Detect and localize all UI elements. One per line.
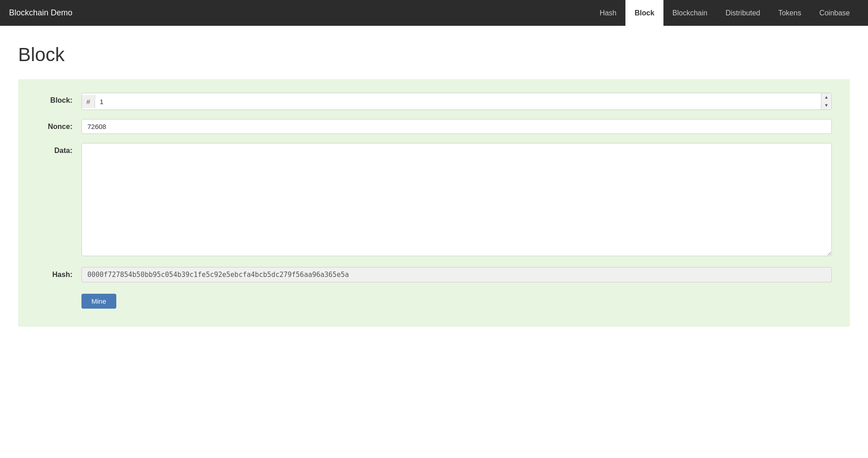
nav-link-block[interactable]: Block — [625, 0, 663, 26]
spinner-up-button[interactable]: ▲ — [821, 93, 831, 101]
hash-row: Hash: 0000f727854b50bb95c054b39c1fe5c92e… — [36, 267, 832, 282]
block-input-wrapper: # ▲ ▼ — [81, 93, 832, 110]
spinner-down-button[interactable]: ▼ — [821, 101, 831, 110]
mine-button-wrapper: Mine — [81, 291, 832, 309]
mine-button[interactable]: Mine — [81, 294, 116, 309]
nav-link-blockchain[interactable]: Blockchain — [663, 0, 716, 26]
hash-display-wrapper: 0000f727854b50bb95c054b39c1fe5c92e5ebcfa… — [81, 267, 832, 282]
data-textarea-wrapper — [81, 143, 832, 258]
data-textarea[interactable] — [81, 143, 832, 256]
hash-display: 0000f727854b50bb95c054b39c1fe5c92e5ebcfa… — [81, 267, 832, 282]
nonce-label: Nonce: — [36, 119, 81, 131]
nonce-input[interactable] — [81, 119, 832, 134]
nonce-input-wrapper — [81, 119, 832, 134]
block-input-container: # ▲ ▼ — [81, 93, 832, 110]
block-hash-prefix: # — [82, 95, 95, 108]
page-title: Block — [18, 44, 850, 66]
block-label: Block: — [36, 93, 81, 105]
mine-row: Mine — [36, 291, 832, 309]
data-label: Data: — [36, 143, 81, 155]
nav-link-coinbase[interactable]: Coinbase — [810, 0, 859, 26]
block-number-input[interactable] — [95, 95, 821, 108]
nav-links: Hash Block Blockchain Distributed Tokens… — [591, 0, 859, 26]
nav-link-hash[interactable]: Hash — [591, 0, 625, 26]
nav-link-distributed[interactable]: Distributed — [716, 0, 769, 26]
block-row: Block: # ▲ ▼ — [36, 93, 832, 110]
nav-link-tokens[interactable]: Tokens — [769, 0, 811, 26]
navbar: Blockchain Demo Hash Block Blockchain Di… — [0, 0, 868, 26]
page-content: Block Block: # ▲ ▼ Nonce: — [0, 26, 868, 345]
block-card: Block: # ▲ ▼ Nonce: Data: — [18, 79, 850, 327]
hash-label: Hash: — [36, 267, 81, 279]
nav-brand: Blockchain Demo — [9, 8, 72, 18]
spinner-buttons: ▲ ▼ — [821, 93, 831, 110]
data-row: Data: — [36, 143, 832, 258]
nonce-row: Nonce: — [36, 119, 832, 134]
